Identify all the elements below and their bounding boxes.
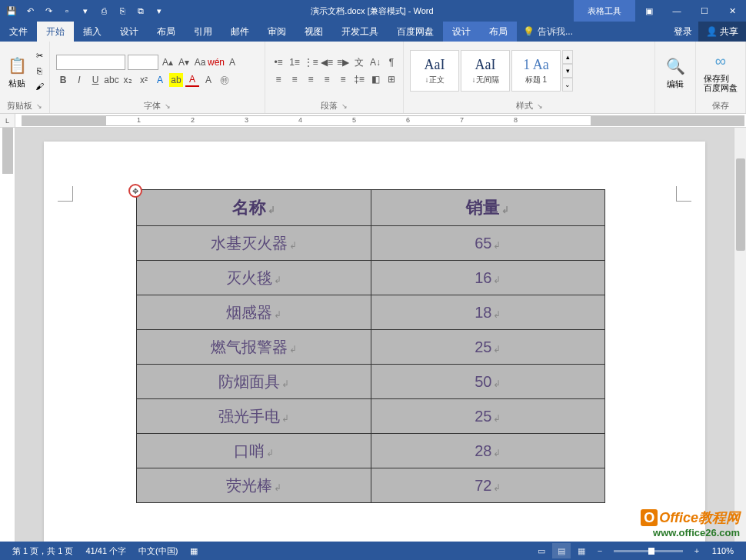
tab-insert[interactable]: 插入 bbox=[74, 22, 111, 42]
italic-icon[interactable]: I bbox=[72, 73, 86, 87]
bold-icon[interactable]: B bbox=[56, 73, 70, 87]
save-icon[interactable]: 💾 bbox=[3, 2, 20, 19]
tab-references[interactable]: 引用 bbox=[185, 22, 221, 42]
save-to-cloud-button[interactable]: ∞ 保存到 百度网盘 bbox=[699, 48, 742, 94]
gallery-down-icon[interactable]: ▾ bbox=[562, 64, 573, 78]
increase-indent-icon[interactable]: ≡▶ bbox=[336, 55, 350, 69]
shading-icon[interactable]: ◧ bbox=[368, 72, 382, 86]
close-icon[interactable]: ✕ bbox=[718, 0, 746, 22]
zoom-level[interactable]: 110% bbox=[706, 546, 740, 555]
align-center-icon[interactable]: ≡ bbox=[288, 72, 301, 86]
page-count[interactable]: 第 1 页，共 1 页 bbox=[6, 545, 79, 557]
borders-icon[interactable]: ⊞ bbox=[385, 72, 398, 86]
align-left-icon[interactable]: ≡ bbox=[271, 72, 285, 86]
qat-icon-4[interactable]: ⧉ bbox=[132, 2, 149, 19]
find-button[interactable]: 🔍 编辑 bbox=[658, 52, 692, 92]
underline-icon[interactable]: U bbox=[88, 73, 102, 87]
font-size-input[interactable] bbox=[128, 55, 158, 70]
zoom-in-icon[interactable]: + bbox=[688, 543, 706, 558]
page-viewport[interactable]: 名称↲ 销量↲ 水基灭火器↲65↲ 灭火毯↲16↲ 烟感器↲18↲ 燃气报警器↲… bbox=[15, 128, 734, 560]
zoom-out-icon[interactable]: − bbox=[591, 543, 609, 558]
change-case-icon[interactable]: Aa bbox=[193, 55, 207, 69]
scroll-thumb[interactable] bbox=[736, 158, 745, 251]
format-painter-icon[interactable]: 🖌 bbox=[32, 79, 46, 93]
char-shading-icon[interactable]: A bbox=[201, 73, 215, 87]
style-heading-1[interactable]: 1 Aa 标题 1 bbox=[511, 50, 561, 92]
login-button[interactable]: 登录 bbox=[668, 22, 698, 42]
tab-table-layout[interactable]: 布局 bbox=[480, 22, 517, 42]
print-layout-icon[interactable]: ▤ bbox=[552, 543, 571, 558]
justify-icon[interactable]: ≡ bbox=[320, 72, 334, 86]
numbering-icon[interactable]: 1≡ bbox=[288, 55, 301, 69]
sort-icon[interactable]: A↓ bbox=[368, 55, 382, 69]
data-table[interactable]: 名称↲ 销量↲ 水基灭火器↲65↲ 灭火毯↲16↲ 烟感器↲18↲ 燃气报警器↲… bbox=[136, 189, 605, 503]
font-name-input[interactable] bbox=[56, 55, 125, 70]
paragraph-dialog-launcher[interactable]: ↘ bbox=[341, 102, 348, 110]
vertical-scrollbar[interactable] bbox=[734, 128, 746, 560]
qat-more-icon[interactable]: ▾ bbox=[151, 2, 168, 19]
asian-layout-icon[interactable]: 文 bbox=[352, 55, 366, 69]
styles-dialog-launcher[interactable]: ↘ bbox=[537, 102, 543, 110]
tab-home[interactable]: 开始 bbox=[37, 22, 74, 42]
show-marks-icon[interactable]: ¶ bbox=[385, 55, 398, 69]
minimize-icon[interactable]: — bbox=[663, 0, 691, 22]
header-sales[interactable]: 销量 bbox=[466, 198, 500, 217]
qat-dropdown-icon[interactable]: ▾ bbox=[77, 2, 94, 19]
tab-file[interactable]: 文件 bbox=[0, 22, 37, 42]
shrink-font-icon[interactable]: A▾ bbox=[177, 55, 191, 69]
tab-table-design[interactable]: 设计 bbox=[443, 22, 480, 42]
macro-status-icon[interactable]: ▦ bbox=[184, 546, 204, 556]
bullets-icon[interactable]: •≡ bbox=[271, 55, 285, 69]
qat-icon[interactable]: ▫ bbox=[58, 2, 75, 19]
tab-design[interactable]: 设计 bbox=[111, 22, 148, 42]
text-effects-icon[interactable]: A bbox=[153, 73, 167, 87]
qat-icon-2[interactable]: ⎙ bbox=[95, 2, 112, 19]
undo-icon[interactable]: ↶ bbox=[22, 2, 38, 19]
tell-me-search[interactable]: 💡 告诉我... bbox=[517, 22, 579, 42]
tab-view[interactable]: 视图 bbox=[295, 22, 332, 42]
char-border-icon[interactable]: A bbox=[225, 55, 239, 69]
phonetic-guide-icon[interactable]: wén bbox=[209, 55, 223, 69]
style-no-spacing[interactable]: AaI ↓无间隔 bbox=[461, 50, 510, 92]
font-dialog-launcher[interactable]: ↘ bbox=[165, 102, 171, 110]
horizontal-ruler[interactable]: L 12345678 bbox=[0, 114, 746, 128]
language-status[interactable]: 中文(中国) bbox=[132, 545, 184, 557]
tab-mailings[interactable]: 邮件 bbox=[221, 22, 258, 42]
highlight-icon[interactable]: ab bbox=[169, 73, 183, 87]
subscript-icon[interactable]: x₂ bbox=[121, 73, 135, 87]
tab-developer[interactable]: 开发工具 bbox=[332, 22, 388, 42]
font-color-icon[interactable]: A bbox=[185, 73, 199, 87]
distribute-icon[interactable]: ≡ bbox=[336, 72, 350, 86]
align-right-icon[interactable]: ≡ bbox=[304, 72, 318, 86]
maximize-icon[interactable]: ☐ bbox=[691, 0, 718, 22]
share-button[interactable]: 👤 共享 bbox=[698, 22, 746, 42]
redo-icon[interactable]: ↷ bbox=[40, 2, 57, 19]
tab-layout[interactable]: 布局 bbox=[148, 22, 185, 42]
zoom-slider-thumb[interactable] bbox=[648, 548, 654, 555]
clipboard-dialog-launcher[interactable]: ↘ bbox=[36, 102, 42, 110]
vertical-ruler[interactable] bbox=[0, 128, 15, 560]
superscript-icon[interactable]: x² bbox=[137, 73, 151, 87]
grow-font-icon[interactable]: A▴ bbox=[161, 55, 175, 69]
copy-icon[interactable]: ⎘ bbox=[32, 64, 46, 78]
gallery-expand-icon[interactable]: ⌄ bbox=[562, 78, 573, 92]
word-count[interactable]: 41/41 个字 bbox=[79, 545, 132, 557]
multilevel-icon[interactable]: ⋮≡ bbox=[304, 55, 318, 69]
tab-baidu[interactable]: 百度网盘 bbox=[388, 22, 443, 42]
ribbon-options-icon[interactable]: ▣ bbox=[635, 0, 663, 22]
strikethrough-icon[interactable]: abc bbox=[105, 73, 118, 87]
zoom-slider[interactable] bbox=[614, 550, 683, 552]
decrease-indent-icon[interactable]: ◀≡ bbox=[320, 55, 334, 69]
header-name[interactable]: 名称 bbox=[232, 198, 266, 217]
line-spacing-icon[interactable]: ‡≡ bbox=[352, 72, 366, 86]
web-layout-icon[interactable]: ▦ bbox=[572, 543, 591, 558]
gallery-up-icon[interactable]: ▴ bbox=[562, 50, 573, 64]
cut-icon[interactable]: ✂ bbox=[32, 48, 46, 62]
table-move-handle[interactable] bbox=[128, 184, 142, 198]
read-mode-icon[interactable]: ▭ bbox=[532, 543, 551, 558]
ruler-corner[interactable]: L bbox=[0, 114, 15, 128]
enclose-char-icon[interactable]: ㊕ bbox=[218, 73, 231, 87]
style-normal[interactable]: AaI ↓正文 bbox=[410, 50, 459, 92]
paste-button[interactable]: 📋 粘贴 bbox=[3, 52, 31, 91]
tab-review[interactable]: 审阅 bbox=[258, 22, 295, 42]
